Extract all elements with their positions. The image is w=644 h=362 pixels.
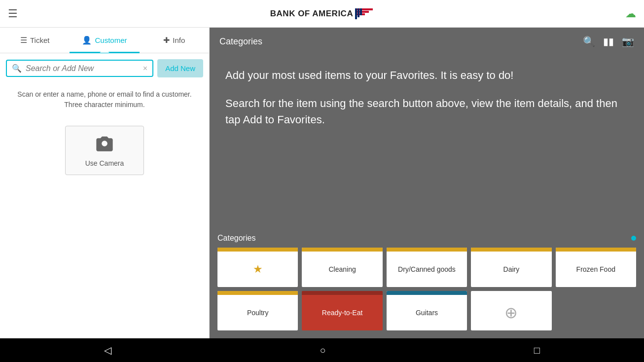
right-header: Categories 🔍 ▮▮ 📷 <box>210 28 644 55</box>
brand-name: BANK OF AMERICA <box>270 9 353 19</box>
bottom-categories-header: Categories <box>217 234 636 243</box>
hamburger-menu-icon[interactable]: ☰ <box>8 7 18 20</box>
category-frozen-food[interactable]: Frozen Food <box>556 248 636 287</box>
pagination-dot <box>631 236 636 241</box>
category-top-bar <box>387 248 467 252</box>
tab-ticket[interactable]: ☰ Ticket <box>0 28 70 53</box>
search-area: 🔍 × Add New <box>0 53 209 83</box>
right-panel: Categories 🔍 ▮▮ 📷 Add your most used ite… <box>210 28 644 338</box>
home-button[interactable]: ○ <box>320 345 325 356</box>
favorites-message: Add your most used items to your Favorit… <box>210 55 644 228</box>
brand-flag <box>355 8 373 19</box>
category-dairy[interactable]: Dairy <box>471 248 551 287</box>
tab-info-label: Info <box>173 36 185 44</box>
camera-icon <box>95 134 114 155</box>
info-add-icon: ✚ <box>163 36 170 45</box>
tab-info[interactable]: ✚ Info <box>140 28 209 53</box>
category-add-more[interactable]: ⊕ <box>471 291 551 330</box>
favorites-message-2: Search for the item using the search but… <box>225 95 628 128</box>
svg-rect-4 <box>358 8 359 17</box>
category-frozen-food-label: Frozen Food <box>574 252 617 287</box>
category-top-bar <box>217 248 298 252</box>
tab-ticket-label: Ticket <box>30 36 49 44</box>
left-panel: ☰ Ticket 👤 Customer ✚ Info 🔍 × Add New <box>0 28 210 338</box>
cloud-icon[interactable]: ☁ <box>625 7 636 20</box>
instructions-text: Scan or enter a name, phone or email to … <box>0 83 209 116</box>
category-cleaning-label: Cleaning <box>326 252 358 287</box>
category-dry-canned[interactable]: Dry/Canned goods <box>387 248 467 287</box>
category-ready-to-eat[interactable]: Ready-to-Eat <box>302 291 382 330</box>
recent-button[interactable]: □ <box>534 345 540 356</box>
grid-header-icon[interactable]: ▮▮ <box>603 36 614 47</box>
category-favorites[interactable]: ★ <box>217 248 298 287</box>
category-top-bar <box>302 291 382 295</box>
camera-section: Use Camera <box>0 116 209 185</box>
category-cleaning[interactable]: Cleaning <box>302 248 382 287</box>
category-guitars[interactable]: Guitars <box>387 291 467 330</box>
brand-logo: BANK OF AMERICA <box>270 8 373 19</box>
category-top-bar <box>217 291 298 295</box>
tabs: ☰ Ticket 👤 Customer ✚ Info <box>0 28 209 53</box>
bottom-nav: ◁ ○ □ <box>0 338 644 362</box>
search-row: 🔍 × Add New <box>6 59 203 77</box>
category-top-bar <box>302 248 382 252</box>
category-grid: ★ Cleaning Dry/Canned goods Dairy <box>217 248 636 330</box>
favorites-message-1: Add your most used items to your Favorit… <box>225 67 628 83</box>
category-top-bar <box>387 291 467 295</box>
search-box: 🔍 × <box>6 60 153 77</box>
use-camera-button[interactable]: Use Camera <box>65 126 144 175</box>
category-top-bar <box>471 248 551 252</box>
search-icon: 🔍 <box>12 64 22 73</box>
bottom-categories: Categories ★ Cleaning Dry/Canned goods <box>210 228 644 338</box>
category-favorites-label: ★ <box>251 252 265 287</box>
category-poultry[interactable]: Poultry <box>217 291 298 330</box>
right-header-icons: 🔍 ▮▮ 📷 <box>583 36 634 47</box>
svg-rect-5 <box>360 8 362 15</box>
category-poultry-label: Poultry <box>245 295 271 330</box>
main-layout: ☰ Ticket 👤 Customer ✚ Info 🔍 × Add New <box>0 28 644 338</box>
tab-customer-label: Customer <box>95 36 127 44</box>
camera-label: Use Camera <box>85 159 124 167</box>
search-header-icon[interactable]: 🔍 <box>583 36 595 47</box>
tab-customer[interactable]: 👤 Customer <box>70 28 139 53</box>
category-dry-canned-label: Dry/Canned goods <box>396 252 458 287</box>
customer-icon: 👤 <box>82 36 92 45</box>
camera-header-icon[interactable]: 📷 <box>622 36 634 47</box>
category-top-bar <box>471 291 551 295</box>
bottom-categories-title: Categories <box>217 234 255 243</box>
category-guitars-label: Guitars <box>414 295 440 330</box>
add-new-button[interactable]: Add New <box>157 59 203 77</box>
ticket-icon: ☰ <box>20 36 27 45</box>
categories-header-title: Categories <box>219 36 262 47</box>
category-dairy-label: Dairy <box>501 252 522 287</box>
clear-icon[interactable]: × <box>143 64 147 73</box>
category-top-bar <box>556 248 636 252</box>
category-add-more-label: ⊕ <box>502 295 520 330</box>
svg-rect-3 <box>355 8 357 19</box>
back-button[interactable]: ◁ <box>104 344 111 356</box>
top-bar: ☰ BANK OF AMERICA ☁ <box>0 0 644 28</box>
search-input[interactable] <box>26 64 139 73</box>
category-ready-to-eat-label: Ready-to-Eat <box>320 295 364 330</box>
